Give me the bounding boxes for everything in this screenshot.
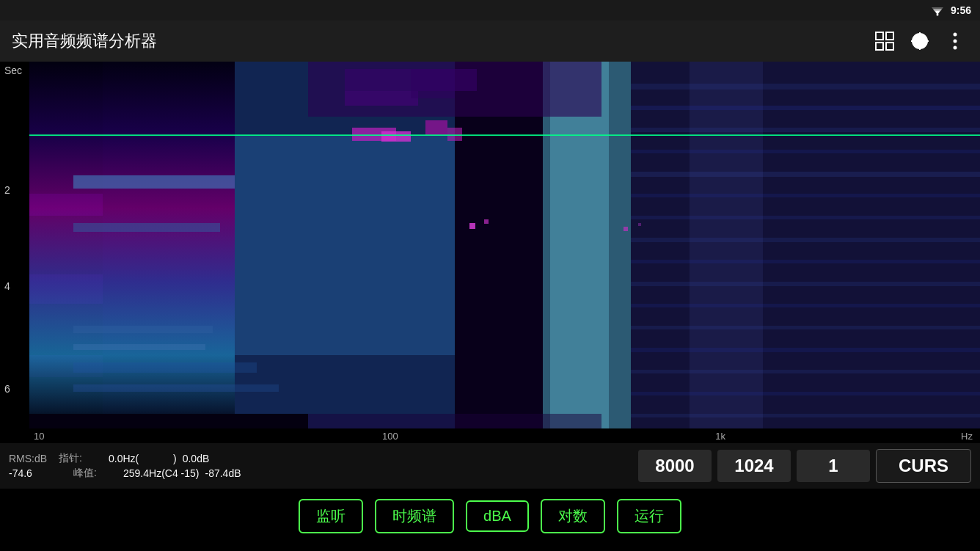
peak-db: -87.4dB <box>205 467 241 479</box>
svg-rect-37 <box>447 128 462 141</box>
svg-rect-27 <box>73 344 205 350</box>
info-bar: RMS:dB 指针: 0.0Hz( ) 0.0dB -74.6 峰值: 259.… <box>0 443 980 489</box>
log-button[interactable]: 对数 <box>541 499 605 533</box>
svg-rect-51 <box>631 194 980 197</box>
pointer-label: 指针: <box>59 452 103 465</box>
svg-rect-57 <box>631 326 980 329</box>
expand-button[interactable] <box>871 28 898 54</box>
x-tick-10: 10 <box>34 431 44 442</box>
info-row-2: -74.6 峰值: 259.4Hz(C4 -15) -87.4dB <box>9 467 390 480</box>
peak-hz: 259.4Hz(C4 -15) <box>123 467 200 479</box>
y-tick-2: 2 <box>4 184 10 196</box>
spectrogram-container[interactable]: Sec 2 4 6 10 100 1k Hz <box>0 62 980 445</box>
svg-rect-25 <box>73 223 220 232</box>
svg-rect-24 <box>73 175 235 189</box>
svg-point-3 <box>936 14 938 16</box>
listen-button[interactable]: 监听 <box>299 499 363 533</box>
svg-rect-50 <box>631 172 980 177</box>
status-bar: 9:56 <box>0 0 980 21</box>
toolbar: 实用音频频谱分析器 <box>0 21 980 62</box>
run-button[interactable]: 运行 <box>617 499 681 533</box>
svg-rect-60 <box>631 392 980 395</box>
y-axis-label: Sec <box>4 65 22 76</box>
zoom-button[interactable]: 1 <box>797 450 870 482</box>
svg-rect-28 <box>73 362 257 373</box>
svg-rect-61 <box>631 414 980 417</box>
svg-rect-54 <box>631 260 980 263</box>
svg-rect-55 <box>631 282 980 286</box>
info-row-1: RMS:dB 指针: 0.0Hz( ) 0.0dB <box>9 452 390 465</box>
wifi-icon <box>930 4 945 16</box>
menu-button[interactable] <box>942 28 968 54</box>
rms-label: RMS:dB <box>9 453 53 464</box>
svg-rect-23 <box>29 62 235 428</box>
svg-rect-41 <box>484 219 489 224</box>
rms-value: -74.6 <box>9 467 67 479</box>
svg-rect-5 <box>886 32 893 40</box>
svg-rect-52 <box>631 216 980 219</box>
svg-rect-68 <box>308 414 601 428</box>
svg-rect-6 <box>876 43 883 50</box>
bottom-bar: 监听 时频谱 dBA 对数 运行 <box>0 494 980 538</box>
svg-rect-67 <box>29 414 308 428</box>
x-tick-1k: 1k <box>715 431 725 442</box>
svg-rect-47 <box>631 106 980 110</box>
svg-rect-40 <box>469 223 475 229</box>
svg-rect-66 <box>411 69 455 98</box>
pointer-hz-end: ) <box>173 453 177 464</box>
svg-rect-49 <box>631 150 980 153</box>
svg-point-16 <box>954 40 957 43</box>
sample-rate-button[interactable]: 8000 <box>638 450 712 482</box>
x-tick-100: 100 <box>382 431 398 442</box>
spectrogram-visual <box>29 62 980 428</box>
svg-rect-59 <box>631 370 980 373</box>
svg-point-17 <box>954 46 957 50</box>
y-tick-4: 4 <box>4 280 10 292</box>
svg-rect-42 <box>624 227 628 231</box>
info-left: RMS:dB 指针: 0.0Hz( ) 0.0dB -74.6 峰值: 259.… <box>9 452 390 480</box>
svg-rect-26 <box>73 326 213 333</box>
y-tick-6: 6 <box>4 383 10 395</box>
pointer-hz: 0.0Hz( <box>109 453 167 464</box>
spectrogram-button[interactable]: 时频谱 <box>375 499 454 533</box>
svg-rect-36 <box>425 120 447 135</box>
target-button[interactable] <box>907 28 933 54</box>
fft-size-button[interactable]: 1024 <box>717 450 791 482</box>
x-tick-hz: Hz <box>961 431 973 442</box>
svg-rect-65 <box>345 91 418 106</box>
svg-rect-58 <box>631 348 980 352</box>
svg-rect-7 <box>886 43 893 50</box>
svg-rect-56 <box>631 304 980 307</box>
pointer-db: 0.0dB <box>183 453 210 464</box>
svg-point-10 <box>919 40 921 43</box>
svg-rect-4 <box>876 32 883 40</box>
controls-row: 8000 1024 1 CURS <box>390 449 971 483</box>
app-title: 实用音频频谱分析器 <box>12 30 863 52</box>
dba-button[interactable]: dBA <box>466 500 529 532</box>
svg-point-15 <box>954 33 957 37</box>
svg-rect-46 <box>631 84 980 90</box>
svg-rect-53 <box>631 238 980 242</box>
status-time: 9:56 <box>951 4 971 16</box>
svg-rect-35 <box>381 131 411 142</box>
svg-rect-31 <box>235 135 455 355</box>
peak-label: 峰值: <box>73 467 117 480</box>
svg-rect-48 <box>631 128 980 132</box>
curs-button[interactable]: CURS <box>876 449 971 483</box>
